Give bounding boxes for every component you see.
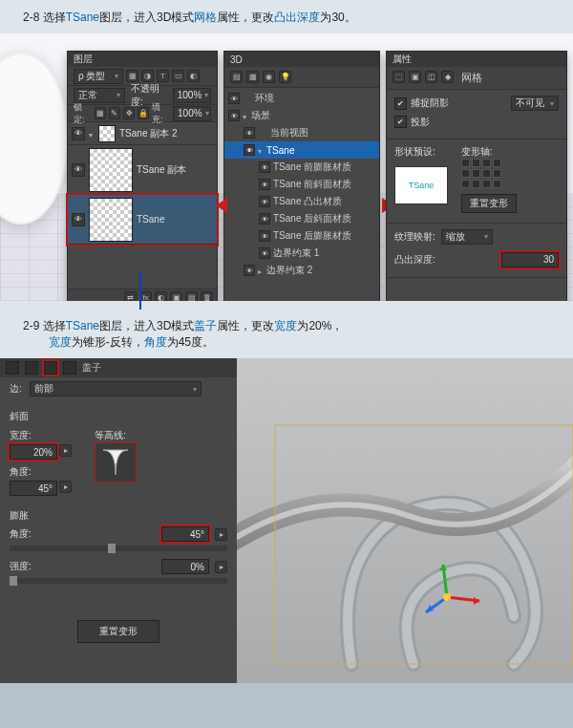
tex-map-label: 纹理映射: xyxy=(394,230,435,244)
catch-shadow-check[interactable]: 捕捉阴影 xyxy=(394,96,449,111)
visibility-icon[interactable]: 👁 xyxy=(72,163,85,177)
lock-icon-2[interactable]: ✎ xyxy=(109,107,120,119)
3d-item-cons1[interactable]: 👁边界约束 1 xyxy=(224,245,379,262)
cast-shadow-check[interactable]: 投影 xyxy=(394,116,430,129)
filter-type-select[interactable]: ρ 类型 xyxy=(74,69,123,84)
mesh-label: 网格 xyxy=(461,71,482,85)
intensity-label: 强度: xyxy=(10,560,32,573)
layer-row-copy2[interactable]: 👁 TSane 副本 2 xyxy=(68,122,217,145)
lock-icon-1[interactable]: ▦ xyxy=(95,107,106,119)
preset-thumb[interactable]: TSane xyxy=(394,166,448,204)
lock-icon-3[interactable]: ✥ xyxy=(123,107,135,119)
prop-tool-3[interactable]: ◫ xyxy=(425,71,437,83)
3d-tab[interactable]: 3D xyxy=(224,52,379,67)
extrude-label: 凸出深度: xyxy=(394,253,435,267)
deform-axis-grid[interactable] xyxy=(461,159,517,194)
visibility-icon[interactable]: 👁 xyxy=(72,127,85,140)
stage2-screenshot: 盖子 边: 前部 斜面 宽度: 20% ▸ 角度: 45° ▸ xyxy=(0,358,573,683)
invisible-select[interactable]: 不可见 xyxy=(511,96,559,111)
intensity-field[interactable]: 0% xyxy=(161,559,209,574)
tex-map-select[interactable]: 缩放 xyxy=(441,229,493,245)
cap-tool-2[interactable] xyxy=(25,361,38,375)
3d-filter-2[interactable]: ▦ xyxy=(246,71,259,83)
folder-icon[interactable]: ▣ xyxy=(170,291,182,301)
3d-item-mat5[interactable]: 👁TSane 后膨胀材质 xyxy=(224,227,379,245)
new-layer-icon[interactable]: ▤ xyxy=(185,291,198,301)
filter-icon-5[interactable]: ◐ xyxy=(187,70,200,82)
layer-row-copy1[interactable]: 👁 TSane 副本 xyxy=(68,145,217,195)
tube-render xyxy=(237,358,573,683)
3d-filter-3[interactable]: ◉ xyxy=(263,71,275,83)
3d-item-scene[interactable]: 👁场景 xyxy=(224,107,379,124)
angle2-stepper[interactable]: ▸ xyxy=(215,528,227,541)
3d-item-view[interactable]: 👁当前视图 xyxy=(224,124,379,141)
prop-tool-4[interactable]: ◆ xyxy=(441,71,454,83)
3d-filter-1[interactable]: ▤ xyxy=(230,71,243,83)
layers-tab[interactable]: 图层 xyxy=(68,52,217,67)
3d-item-mat2[interactable]: 👁TSane 前斜面材质 xyxy=(224,176,379,193)
3d-item-tsane[interactable]: 👁TSane xyxy=(224,141,379,159)
width-stepper[interactable]: ▸ xyxy=(59,444,72,457)
svg-marker-1 xyxy=(474,597,479,605)
cap-tool-3[interactable] xyxy=(44,361,57,375)
angle2-field[interactable]: 45° xyxy=(161,526,209,542)
filter-icon-4[interactable]: ▭ xyxy=(172,70,184,82)
instruction-28: 2-8 选择TSane图层，进入3D模式网格属性，更改凸出深度为30。 xyxy=(0,0,573,33)
contour-preset[interactable] xyxy=(95,442,137,482)
cap-properties-panel: 盖子 边: 前部 斜面 宽度: 20% ▸ 角度: 45° ▸ xyxy=(0,358,237,683)
bevel-heading: 斜面 xyxy=(10,410,227,423)
3d-viewport[interactable] xyxy=(237,358,573,683)
red-arrow-left xyxy=(216,198,227,213)
inflate-heading: 膨胀 xyxy=(10,509,227,523)
intensity-slider[interactable] xyxy=(10,576,17,586)
layers-footer: ⇄ fx ◐ ▣ ▤ 🗑 xyxy=(68,289,217,301)
contour-label: 等高线: xyxy=(95,429,137,442)
trash-icon[interactable]: 🗑 xyxy=(201,291,213,301)
lock-label: 锁定: xyxy=(74,101,92,126)
fill-field[interactable]: 100% xyxy=(173,106,211,121)
svg-point-6 xyxy=(443,593,451,601)
fill-label: 填充: xyxy=(152,101,170,126)
prop-tool-1[interactable]: ⬚ xyxy=(393,71,405,83)
filter-icon-3[interactable]: T xyxy=(157,70,169,82)
instruction-29: 2-9 选择TSane图层，进入3D模式盖子属性，更改宽度为20%， 宽度为锥形… xyxy=(0,301,573,358)
link-icon[interactable]: ⇄ xyxy=(124,291,137,301)
3d-scene-list: 👁环境 👁场景 👁当前视图 👁TSane 👁TSane 前膨胀材质 👁TSane… xyxy=(224,88,379,281)
3d-item-mat3[interactable]: 👁TSane 凸出材质 xyxy=(224,193,379,210)
mask-icon[interactable]: ◐ xyxy=(155,291,167,301)
shape-preset-label: 形状预设: xyxy=(394,145,448,159)
layer-row-tsane[interactable]: 👁 TSane xyxy=(68,195,217,245)
cap-tool-1[interactable] xyxy=(6,361,19,375)
deform-axis-label: 变形轴: xyxy=(461,145,517,159)
3d-filter-4[interactable]: 💡 xyxy=(279,71,291,83)
visibility-icon[interactable]: 👁 xyxy=(72,213,85,226)
reset-deform-button-2[interactable]: 重置变形 xyxy=(77,620,159,643)
reset-deform-button[interactable]: 重置变形 xyxy=(461,194,517,213)
width-field[interactable]: 20% xyxy=(10,444,57,460)
blue-guideline xyxy=(139,271,141,310)
3d-item-mat4[interactable]: 👁TSane 后斜面材质 xyxy=(224,210,379,227)
cap-title: 盖子 xyxy=(82,361,101,375)
width-label: 宽度: xyxy=(10,429,72,442)
angle1-field[interactable]: 45° xyxy=(10,481,57,496)
3d-item-mat1[interactable]: 👁TSane 前膨胀材质 xyxy=(224,159,379,176)
intensity-stepper[interactable]: ▸ xyxy=(215,561,227,573)
cap-tool-4[interactable] xyxy=(63,361,76,375)
filter-icon-1[interactable]: ▦ xyxy=(126,70,138,82)
properties-tab[interactable]: 属性 xyxy=(387,52,566,67)
properties-panel: 属性 ⬚ ▣ ◫ ◆ 网格 捕捉阴影 不可见 投影 形状预设: TSane 变形… xyxy=(386,51,567,301)
filter-icon-2[interactable]: ◑ xyxy=(141,70,154,82)
angle2-label: 角度: xyxy=(10,527,32,541)
side-select[interactable]: 前部 xyxy=(30,381,202,396)
opacity-field[interactable]: 100% xyxy=(173,88,211,103)
3d-item-env[interactable]: 👁环境 xyxy=(224,90,379,107)
3d-item-cons2[interactable]: 👁边界约束 2 xyxy=(224,262,379,279)
angle1-stepper[interactable]: ▸ xyxy=(59,481,72,493)
extrude-depth-field[interactable]: 30 xyxy=(501,252,559,268)
side-label: 边: xyxy=(10,382,22,396)
layers-panel: 图层 ρ 类型 ▦ ◑ T ▭ ◐ 正常 不透明度: 100% 锁定: ▦ ✎ … xyxy=(67,51,218,301)
angle1-label: 角度: xyxy=(10,465,72,479)
prop-tool-2[interactable]: ▣ xyxy=(409,71,421,83)
angle2-slider[interactable] xyxy=(108,544,116,553)
lock-icon-4[interactable]: 🔒 xyxy=(138,107,149,119)
